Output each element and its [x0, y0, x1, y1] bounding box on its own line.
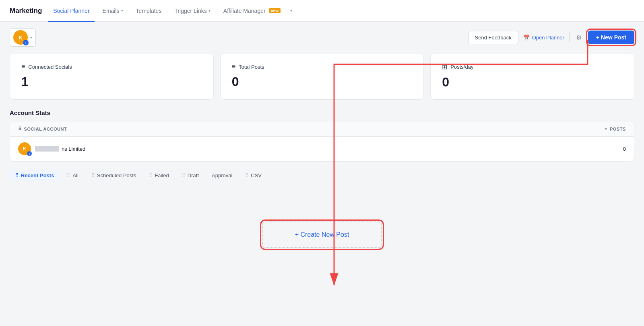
posts-per-day-value: 0 — [442, 75, 623, 90]
posts-per-day-card: ⊞ Posts/day 0 — [430, 53, 634, 100]
account-selector[interactable]: K i ▾ — [10, 28, 36, 47]
col-account-header: ⠿ SOCIAL ACCOUNT — [18, 126, 578, 131]
nav-trigger-links[interactable]: Trigger Links ▾ — [169, 0, 215, 22]
brand-label: Marketing — [10, 7, 42, 15]
account-stats-header: ⠿ SOCIAL ACCOUNT ≡ POSTS — [10, 121, 634, 137]
nav-emails[interactable]: Emails ▾ — [98, 0, 128, 22]
toolbar-right: Send Feedback 📅 Open Planner ⚙ + New Pos… — [468, 31, 634, 44]
account-selector-chevron-icon: ▾ — [30, 35, 32, 40]
nav-templates[interactable]: Templates — [131, 0, 167, 22]
tab-all[interactable]: ⠿ All — [61, 170, 84, 181]
posts-col-icon: ≡ — [605, 127, 607, 131]
tab-draft-icon: ⠿ — [182, 173, 185, 178]
tab-failed-icon: ⠿ — [149, 173, 152, 178]
more-nav-chevron-icon[interactable]: ▾ — [290, 8, 292, 13]
table-row: K i ns Limited 0 — [10, 137, 634, 161]
account-info: K i ns Limited — [18, 142, 578, 155]
open-planner-button[interactable]: 📅 Open Planner — [523, 35, 564, 41]
tab-recent-posts[interactable]: ⠿ Recent Posts — [10, 170, 60, 181]
posts-per-day-label: ⊞ Posts/day — [442, 63, 623, 71]
nav-social-planner[interactable]: Social Planner — [48, 0, 94, 22]
top-nav: Marketing Social Planner Emails ▾ Templa… — [0, 0, 644, 22]
new-post-button[interactable]: + New Post — [588, 31, 634, 44]
tabs-row: ⠿ Recent Posts ⠿ All ⠿ Scheduled Posts ⠿… — [10, 170, 634, 181]
posts-per-day-icon: ⊞ — [442, 63, 447, 71]
affiliate-new-badge: new — [269, 8, 281, 13]
connected-socials-label: ≡ Connected Socials — [21, 63, 202, 70]
toolbar-divider — [569, 33, 570, 42]
gear-icon: ⚙ — [576, 34, 582, 41]
avatar: K i — [13, 30, 28, 45]
emails-chevron-icon: ▾ — [121, 8, 123, 13]
account-name: ns Limited — [35, 146, 85, 152]
account-stats-title: Account Stats — [10, 109, 634, 116]
settings-gear-button[interactable]: ⚙ — [574, 32, 583, 43]
calendar-icon: 📅 — [523, 35, 530, 41]
redacted-name — [35, 146, 59, 152]
total-posts-card: ≡ Total Posts 0 — [220, 53, 424, 100]
tab-failed[interactable]: ⠿ Failed — [143, 170, 174, 181]
stats-row: ≡ Connected Socials 1 ≡ Total Posts 0 ⊞ … — [10, 53, 634, 100]
account-stats-table: ⠿ SOCIAL ACCOUNT ≡ POSTS K i ns — [10, 121, 634, 162]
tab-csv[interactable]: ⠿ CSV — [239, 170, 267, 181]
tab-scheduled-icon: ⠿ — [91, 173, 95, 178]
create-new-post-button[interactable]: + Create New Post — [262, 221, 382, 248]
send-feedback-button[interactable]: Send Feedback — [468, 31, 518, 44]
trigger-links-chevron-icon: ▾ — [208, 8, 211, 13]
empty-state-area: + Create New Post — [10, 189, 634, 264]
tab-recent-posts-icon: ⠿ — [15, 173, 19, 178]
nav-affiliate-manager[interactable]: Affiliate Manager new — [219, 0, 285, 22]
toolbar: K i ▾ Send Feedback 📅 Open Planner ⚙ + N… — [0, 22, 644, 53]
col-posts-header: ≡ POSTS — [578, 127, 626, 131]
tab-approval[interactable]: Approval — [206, 170, 238, 181]
main-content: ≡ Connected Socials 1 ≡ Total Posts 0 ⊞ … — [0, 53, 644, 274]
account-platform-badge-sm: i — [27, 151, 32, 156]
total-posts-value: 0 — [232, 74, 413, 89]
connected-socials-value: 1 — [21, 74, 202, 89]
avatar-platform-badge: i — [23, 40, 29, 45]
total-posts-icon: ≡ — [232, 63, 235, 70]
account-avatar-sm: K i — [18, 142, 31, 155]
tab-draft[interactable]: ⠿ Draft — [176, 170, 204, 181]
total-posts-label: ≡ Total Posts — [232, 63, 413, 70]
social-account-col-icon: ⠿ — [18, 126, 22, 131]
tab-csv-icon: ⠿ — [245, 173, 248, 178]
account-posts-count: 0 — [578, 146, 626, 152]
connected-socials-card: ≡ Connected Socials 1 — [10, 53, 214, 100]
toolbar-left: K i ▾ — [10, 28, 36, 47]
tab-all-icon: ⠿ — [67, 173, 70, 178]
tab-scheduled-posts[interactable]: ⠿ Scheduled Posts — [86, 170, 142, 181]
connected-socials-icon: ≡ — [21, 63, 25, 70]
